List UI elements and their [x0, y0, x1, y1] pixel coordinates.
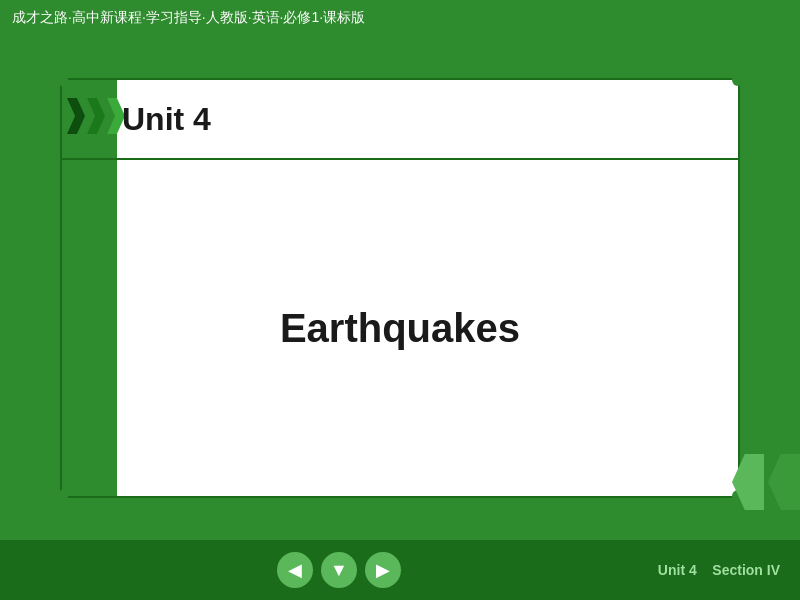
- footer-section: Section IV: [712, 562, 780, 578]
- slide-container: Unit 4 Earthquakes: [60, 78, 740, 498]
- header-bar: 成才之路·高中新课程·学习指导·人教版·英语·必修1·课标版: [0, 0, 800, 36]
- header-title: 成才之路·高中新课程·学习指导·人教版·英语·必修1·课标版: [12, 9, 365, 27]
- footer-info: Unit 4 Section IV: [658, 562, 780, 578]
- main-title: Earthquakes: [280, 306, 520, 351]
- main-content: Unit 4 Earthquakes: [0, 36, 800, 540]
- unit-title-bar: Unit 4: [62, 80, 738, 160]
- nav-buttons: ◀ ▼ ▶: [20, 552, 658, 588]
- chevrons-right: [732, 454, 800, 510]
- footer-unit: Unit 4: [658, 562, 697, 578]
- footer-bar: ◀ ▼ ▶ Unit 4 Section IV: [0, 540, 800, 600]
- earthquakes-section: Earthquakes: [62, 160, 738, 496]
- chevron-right-1: [732, 454, 764, 510]
- unit-title: Unit 4: [122, 101, 211, 138]
- next-button[interactable]: ▶: [365, 552, 401, 588]
- home-button[interactable]: ▼: [321, 552, 357, 588]
- prev-button[interactable]: ◀: [277, 552, 313, 588]
- chevron-right-2: [768, 454, 800, 510]
